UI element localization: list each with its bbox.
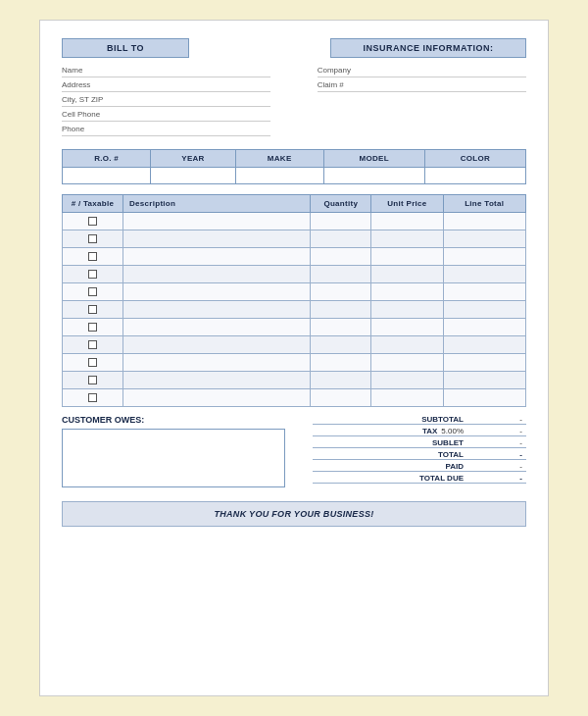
item-price-cell[interactable] <box>371 389 443 407</box>
vehicle-color-cell[interactable] <box>424 168 525 184</box>
subtotal-label: SUBTOTAL <box>389 415 467 424</box>
checkbox-icon[interactable] <box>88 217 97 226</box>
item-qty-cell[interactable] <box>311 230 371 248</box>
vehicle-color-header: COLOR <box>424 150 525 168</box>
item-checkbox-cell[interactable] <box>63 301 123 319</box>
vehicle-model-cell[interactable] <box>323 168 424 184</box>
item-checkbox-cell[interactable] <box>63 213 123 230</box>
item-price-cell[interactable] <box>371 230 443 248</box>
footer: THANK YOU FOR YOUR BUSINESS! <box>62 501 526 527</box>
item-total-cell[interactable] <box>443 266 526 283</box>
item-total-cell[interactable] <box>443 248 526 266</box>
bill-fields: Name Address City, ST ZIP Cell Phone Pho… <box>62 66 270 139</box>
item-desc-cell[interactable] <box>122 354 310 372</box>
checkbox-icon[interactable] <box>88 376 97 384</box>
item-price-cell[interactable] <box>371 213 443 230</box>
item-total-cell[interactable] <box>443 230 526 248</box>
totals-section: SUBTOTAL - TAX 5.00% - SUBLET - TOTAL - … <box>313 415 526 486</box>
item-checkbox-cell[interactable] <box>63 230 123 248</box>
item-price-cell[interactable] <box>371 354 443 372</box>
bill-to-header: BILL TO <box>62 38 189 58</box>
checkbox-icon[interactable] <box>88 270 97 279</box>
insurance-company-label: Company <box>318 66 351 75</box>
item-total-cell[interactable] <box>443 213 526 230</box>
item-total-cell[interactable] <box>443 319 526 336</box>
item-price-cell[interactable] <box>371 301 443 319</box>
customer-owes-box[interactable] <box>62 429 285 487</box>
item-price-cell[interactable] <box>371 319 443 336</box>
col-number-taxable: # / Taxable <box>63 195 123 213</box>
vehicle-ro-cell[interactable] <box>63 168 151 184</box>
checkbox-icon[interactable] <box>88 323 97 332</box>
checkbox-icon[interactable] <box>88 305 97 314</box>
item-qty-cell[interactable] <box>311 389 371 407</box>
item-desc-cell[interactable] <box>122 319 310 336</box>
header-section: BILL TO INSURANCE INFORMATION: <box>62 38 526 58</box>
item-checkbox-cell[interactable] <box>63 336 123 354</box>
item-desc-cell[interactable] <box>122 389 310 407</box>
item-qty-cell[interactable] <box>311 266 371 283</box>
vehicle-year-cell[interactable] <box>151 168 236 184</box>
footer-text: THANK YOU FOR YOUR BUSINESS! <box>214 509 373 519</box>
bill-address-label: Address <box>62 80 90 89</box>
item-checkbox-cell[interactable] <box>63 354 123 372</box>
item-checkbox-cell[interactable] <box>63 319 123 336</box>
checkbox-icon[interactable] <box>88 358 97 367</box>
item-total-cell[interactable] <box>443 389 526 407</box>
checkbox-icon[interactable] <box>88 234 97 243</box>
item-desc-cell[interactable] <box>122 213 310 230</box>
item-qty-cell[interactable] <box>311 319 371 336</box>
item-desc-cell[interactable] <box>122 336 310 354</box>
item-price-cell[interactable] <box>371 266 443 283</box>
sublet-row: SUBLET - <box>313 438 526 448</box>
item-price-cell[interactable] <box>371 336 443 354</box>
item-desc-cell[interactable] <box>122 301 310 319</box>
checkbox-icon[interactable] <box>88 287 97 296</box>
col-description: Description <box>122 195 310 213</box>
item-qty-cell[interactable] <box>311 301 371 319</box>
total-label: TOTAL <box>389 450 467 459</box>
item-price-cell[interactable] <box>371 248 443 266</box>
table-row <box>63 283 526 301</box>
col-line-total: Line Total <box>443 195 526 213</box>
item-checkbox-cell[interactable] <box>63 283 123 301</box>
item-qty-cell[interactable] <box>311 213 371 230</box>
insurance-claim-label: Claim # <box>318 80 344 89</box>
item-total-cell[interactable] <box>443 354 526 372</box>
bill-city-row: City, ST ZIP <box>62 95 270 107</box>
total-due-row: TOTAL DUE - <box>313 474 526 484</box>
item-desc-cell[interactable] <box>122 230 310 248</box>
item-checkbox-cell[interactable] <box>63 248 123 266</box>
item-total-cell[interactable] <box>443 283 526 301</box>
item-qty-cell[interactable] <box>311 248 371 266</box>
item-qty-cell[interactable] <box>311 372 371 389</box>
item-checkbox-cell[interactable] <box>63 372 123 389</box>
item-total-cell[interactable] <box>443 301 526 319</box>
item-qty-cell[interactable] <box>311 336 371 354</box>
table-row <box>63 301 526 319</box>
vehicle-ro-header: R.O. # <box>63 150 151 168</box>
item-desc-cell[interactable] <box>122 248 310 266</box>
item-total-cell[interactable] <box>443 336 526 354</box>
table-row <box>63 248 526 266</box>
item-qty-cell[interactable] <box>311 283 371 301</box>
vehicle-make-header: MAKE <box>235 150 323 168</box>
item-desc-cell[interactable] <box>122 372 310 389</box>
vehicle-year-header: YEAR <box>151 150 236 168</box>
vehicle-make-cell[interactable] <box>235 168 323 184</box>
item-desc-cell[interactable] <box>122 283 310 301</box>
item-price-cell[interactable] <box>371 372 443 389</box>
checkbox-icon[interactable] <box>88 393 97 402</box>
item-checkbox-cell[interactable] <box>63 266 123 283</box>
checkbox-icon[interactable] <box>88 252 97 261</box>
item-total-cell[interactable] <box>443 372 526 389</box>
item-qty-cell[interactable] <box>311 354 371 372</box>
item-checkbox-cell[interactable] <box>63 389 123 407</box>
tax-label: TAX 5.00% <box>389 427 467 435</box>
item-desc-cell[interactable] <box>122 266 310 283</box>
checkbox-icon[interactable] <box>88 340 97 349</box>
items-table: # / Taxable Description Quantity Unit Pr… <box>62 194 526 407</box>
vehicle-table: R.O. # YEAR MAKE MODEL COLOR <box>62 149 526 184</box>
table-row <box>63 372 526 389</box>
item-price-cell[interactable] <box>371 283 443 301</box>
